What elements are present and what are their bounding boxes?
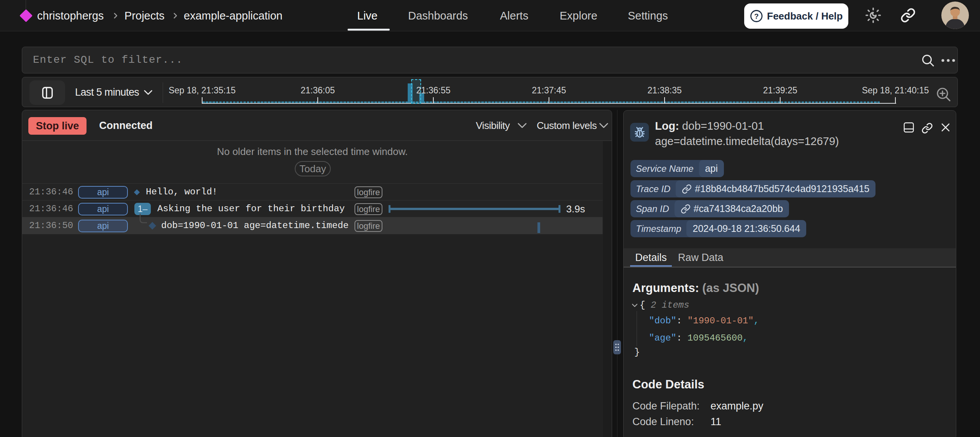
svg-text:?: ?	[754, 12, 759, 20]
